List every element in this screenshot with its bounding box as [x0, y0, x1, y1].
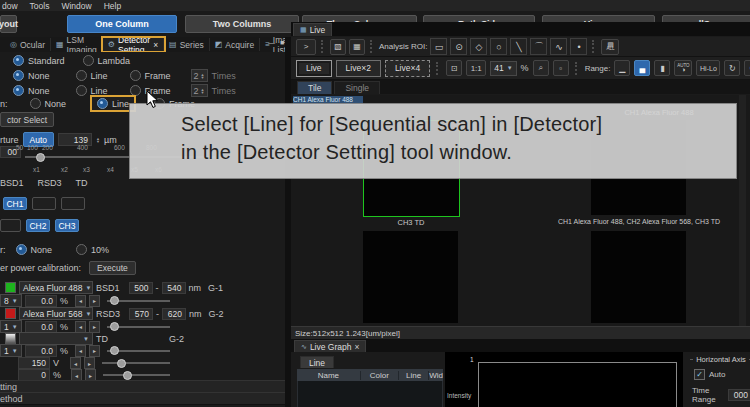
fit-to-window-icon[interactable]: ⊡ [446, 60, 462, 76]
roi-line-icon[interactable]: ╲ [510, 38, 527, 55]
tab-detector-setting[interactable]: ⚙ Detector Setting × [103, 38, 164, 51]
vertical-scrollbar[interactable] [739, 95, 746, 326]
live-x2-button[interactable]: Live×2 [336, 60, 381, 77]
tab-ocular[interactable]: ◎ Ocular [5, 38, 51, 51]
range-mid-icon[interactable]: ▄ [634, 60, 650, 76]
drag-handle[interactable] [370, 40, 374, 53]
ch1-laser-slider[interactable] [107, 300, 170, 302]
zoom-percent-dropdown[interactable]: 41 ▼ [490, 61, 516, 76]
td-laser-decrease-button[interactable]: ◂ [75, 345, 86, 357]
avg1-times-stepper[interactable]: 2 ▲▼ [191, 69, 208, 82]
laser-10pct-radio[interactable] [76, 244, 87, 255]
td-laser-dropdown-cropped[interactable]: 1 ▼ [0, 344, 22, 357]
avg1-line-radio[interactable] [76, 70, 87, 81]
column-header-name[interactable]: Name [297, 371, 361, 380]
spinner-arrows-icon[interactable]: ▲▼ [201, 73, 205, 79]
ch1-button[interactable]: CH1 [3, 197, 27, 210]
layout-tab-one-column[interactable]: One Column [67, 15, 177, 33]
ch1-laser-increase-button[interactable]: ▸ [89, 295, 100, 307]
time-range-field[interactable]: 000 [728, 389, 750, 401]
method-bar-cropped[interactable]: ethod [0, 392, 285, 405]
roi-rectangle-icon[interactable]: ▭ [430, 38, 447, 55]
standard-radio[interactable] [13, 55, 24, 66]
live-x4-button[interactable]: Live×4 [385, 60, 430, 77]
td-laser-slider-knob[interactable] [110, 346, 119, 355]
series-table-body[interactable] [297, 381, 443, 407]
ch1-laser-slider-knob[interactable] [110, 296, 119, 305]
undo-icon[interactable]: ↺ [744, 60, 750, 76]
ch1-laser-dropdown-cropped[interactable]: 8 ▼ [0, 294, 22, 307]
ch1-band-to-field[interactable]: 540 [162, 282, 186, 294]
drag-handle[interactable] [592, 40, 596, 53]
delete-all-roi-icon[interactable]: ▤ ALL [601, 39, 619, 55]
hv-decrease-button[interactable]: ◂ [70, 357, 81, 369]
expand-panel-button[interactable]: > [296, 39, 316, 55]
ch2-laser-slider-knob[interactable] [110, 322, 119, 331]
live-document-tab[interactable]: ▦ Live [293, 23, 332, 36]
tab-single[interactable]: Single [334, 81, 380, 94]
lambda-radio[interactable] [83, 55, 94, 66]
refresh-icon[interactable]: ↻ [724, 60, 740, 76]
ch2-button[interactable]: CH2 [26, 219, 50, 232]
pan-tool-icon[interactable]: ▫ [553, 60, 569, 76]
execute-button[interactable]: Execute [89, 261, 136, 275]
float-icon[interactable]: ■ [280, 39, 284, 46]
ch1-color-swatch[interactable] [5, 282, 16, 293]
column-header-width-cropped[interactable]: Wid [429, 371, 443, 380]
spinner-arrows-icon[interactable]: ▲▼ [201, 88, 205, 94]
tab-series[interactable]: ▤ Series [164, 38, 210, 51]
tile-row2-right[interactable] [591, 231, 686, 323]
ch1-band-from-field[interactable]: 500 [129, 282, 153, 294]
range-low-icon[interactable]: ▁ [614, 60, 630, 76]
roi-circle-icon[interactable]: ⊙ [450, 38, 467, 55]
tab-line[interactable]: Line [300, 356, 334, 368]
auto-contrast-icon[interactable]: AUTO ◑ [674, 60, 692, 76]
tab-acquire[interactable]: ◩ Acquire [210, 38, 260, 51]
ch2-laser-decrease-button[interactable]: ◂ [75, 321, 86, 333]
ch1-laser-decrease-button[interactable]: ◂ [75, 295, 86, 307]
drag-handle[interactable] [321, 40, 325, 53]
roi-polygon-icon[interactable]: ◇ [470, 38, 487, 55]
hv-increase-button[interactable]: ▸ [84, 357, 95, 369]
seq-none-radio[interactable] [30, 98, 41, 109]
auto-checkbox[interactable]: ✓ [694, 369, 705, 380]
minimize-icon[interactable]: — [268, 39, 275, 46]
tab-lsm-imaging[interactable]: ▦ LSM Imaging [51, 38, 103, 51]
avg1-frame-radio[interactable] [130, 70, 141, 81]
detector-select-button[interactable]: ctor Select [0, 112, 54, 127]
magnifier-icon[interactable]: ⌕ [533, 60, 549, 76]
actual-size-button[interactable]: 1:1 [466, 60, 486, 76]
ch2-laser-increase-button[interactable]: ▸ [89, 321, 100, 333]
close-icon[interactable]: × [153, 40, 158, 50]
column-header-line[interactable]: Line [399, 371, 429, 380]
ch2-dye-dropdown[interactable]: Alexa Fluor 568 ▼ [19, 307, 93, 320]
roi-polyline-icon[interactable]: ∿ [550, 38, 567, 55]
td-laser-increase-button[interactable]: ▸ [89, 345, 100, 357]
menu-item-window[interactable]: Window [61, 1, 91, 11]
drag-handle[interactable] [436, 62, 440, 75]
menu-item-cropped[interactable]: dow [2, 1, 18, 11]
ch1-dye-dropdown[interactable]: Alexa Fluor 488 ▼ [19, 281, 93, 294]
grid-tool-icon[interactable]: ▦ [349, 39, 365, 55]
channel-empty-button[interactable] [0, 219, 21, 232]
td-color-swatch[interactable] [5, 333, 16, 344]
ch2-laser-percent-field[interactable]: 0.0 [25, 321, 57, 333]
ch2-color-swatch[interactable] [5, 308, 16, 319]
range-full-icon[interactable]: ▮ [654, 60, 670, 76]
chart-tool-icon[interactable]: ▧ [330, 39, 346, 55]
avg1-none-radio[interactable] [13, 70, 24, 81]
spinner-arrows-icon[interactable]: ▲▼ [96, 137, 100, 143]
hv-slider[interactable] [102, 362, 170, 364]
channel-empty-button[interactable] [32, 197, 56, 210]
hv-slider-knob[interactable] [117, 359, 126, 368]
td-laser-slider[interactable] [107, 350, 170, 352]
hi-lo-button[interactable]: Hi-Lo [696, 60, 720, 76]
ch2-band-from-field[interactable]: 570 [129, 308, 153, 320]
td-laser-percent-field[interactable]: 0.0 [25, 345, 57, 357]
tile-row2-left[interactable] [363, 231, 458, 323]
ch1-laser-percent-field[interactable]: 0.0 [25, 295, 57, 307]
column-header-color[interactable]: Color [361, 371, 399, 380]
roi-closed-curve-icon[interactable]: ○ [490, 38, 507, 55]
roi-point-icon[interactable]: • [570, 38, 587, 55]
ch3-button[interactable]: CH3 [55, 219, 79, 232]
